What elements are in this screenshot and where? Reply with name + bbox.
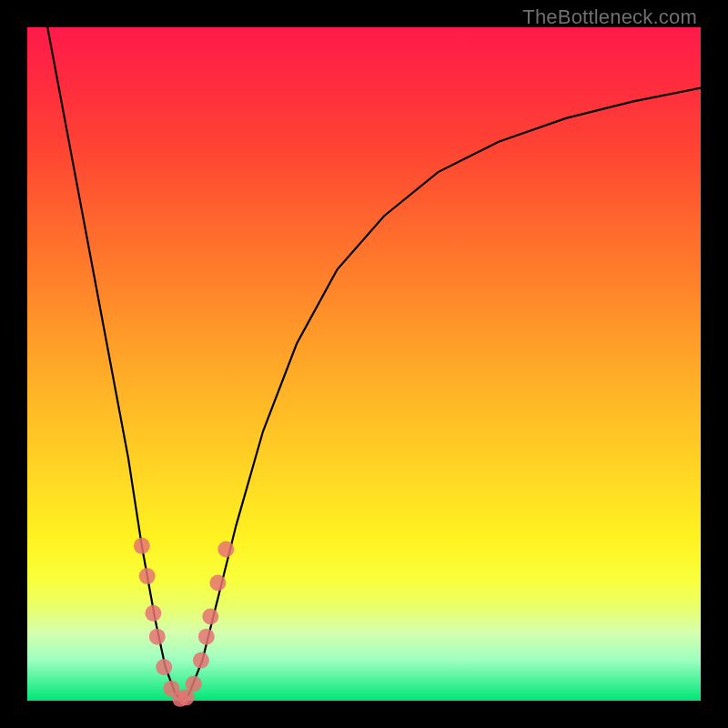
plot-area bbox=[27, 27, 701, 701]
marker-dot bbox=[134, 538, 150, 554]
marker-dot bbox=[145, 605, 161, 622]
marker-dot bbox=[156, 659, 172, 675]
marker-dot bbox=[217, 541, 234, 558]
watermark-text: TheBottleneck.com bbox=[522, 5, 697, 29]
marker-dot bbox=[198, 629, 215, 645]
marker-dot bbox=[139, 568, 156, 584]
marker-group bbox=[134, 538, 234, 707]
marker-dot bbox=[209, 575, 226, 592]
marker-dot bbox=[186, 676, 202, 693]
marker-dot bbox=[149, 629, 166, 645]
bottleneck-curve bbox=[47, 27, 701, 701]
chart-frame: TheBottleneck.com bbox=[0, 0, 728, 728]
curve-layer bbox=[27, 27, 701, 701]
marker-dot bbox=[202, 609, 218, 625]
marker-dot bbox=[193, 652, 209, 669]
